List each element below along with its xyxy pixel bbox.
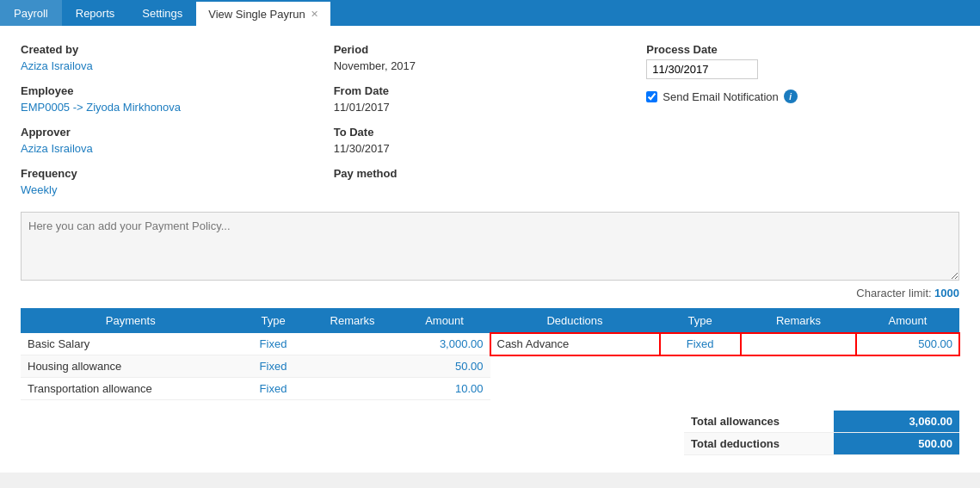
info-grid: Created by Aziza Israilova Employee EMP0… — [21, 43, 959, 196]
payments-type-header: Type — [241, 308, 306, 333]
deductions-remarks-header: Remarks — [741, 308, 856, 333]
total-allowances-value: 3,060.00 — [834, 411, 959, 433]
send-email-label: Send Email Notification — [663, 90, 778, 103]
approver-label: Approver — [21, 126, 334, 139]
payment-policy-textarea[interactable] — [21, 212, 959, 281]
process-date-label: Process Date — [646, 43, 959, 56]
deductions-section: Deductions Type Remarks Amount Cash Adva… — [490, 308, 960, 400]
payment-type: Fixed — [241, 333, 306, 355]
pay-method-label: Pay method — [334, 167, 647, 180]
employee-value: EMP0005 -> Ziyoda Mirkhonova — [21, 101, 334, 114]
deduction-type: Fixed — [660, 333, 741, 355]
payment-remarks — [306, 378, 399, 400]
send-email-row: Send Email Notification i — [646, 90, 959, 103]
period-label: Period — [334, 43, 647, 56]
payment-type: Fixed — [241, 378, 306, 400]
payments-amount-header: Amount — [399, 308, 490, 333]
payment-name: Housing allowance — [21, 355, 241, 378]
approver-value: Aziza Israilova — [21, 142, 334, 155]
payment-type: Fixed — [241, 355, 306, 378]
payment-remarks — [306, 355, 399, 378]
tab-payroll[interactable]: Payroll — [0, 0, 62, 26]
deductions-table: Deductions Type Remarks Amount Cash Adva… — [490, 308, 960, 355]
payment-amount: 3,000.00 — [399, 333, 490, 355]
total-deductions-label: Total deductions — [684, 433, 834, 455]
tab-view-single-payrun[interactable]: View Single Payrun ✕ — [196, 0, 330, 26]
payment-name: Basic Salary — [21, 333, 241, 355]
frequency-label: Frequency — [21, 167, 334, 180]
tab-reports[interactable]: Reports — [62, 0, 129, 26]
tab-settings[interactable]: Settings — [128, 0, 196, 26]
info-col-1: Created by Aziza Israilova Employee EMP0… — [21, 43, 334, 196]
char-limit-row: Character limit: 1000 — [21, 287, 959, 300]
deduction-name: Cash Advance — [490, 333, 660, 355]
table-row: Transportation allowance Fixed 10.00 — [21, 378, 490, 400]
payments-section: Payments Type Remarks Amount Basic Salar… — [21, 308, 490, 400]
total-allowances-row: Total allowances 3,060.00 — [684, 411, 959, 433]
totals-section: Total allowances 3,060.00 Total deductio… — [21, 411, 959, 455]
tables-container: Payments Type Remarks Amount Basic Salar… — [21, 308, 959, 400]
created-by-value: Aziza Israilova — [21, 59, 334, 72]
top-navigation: Payroll Reports Settings View Single Pay… — [0, 0, 980, 26]
info-col-3: Process Date Send Email Notification i — [646, 43, 959, 196]
totals-table: Total allowances 3,060.00 Total deductio… — [684, 411, 959, 455]
info-col-2: Period November, 2017 From Date 11/01/20… — [334, 43, 647, 196]
payment-remarks — [306, 333, 399, 355]
deductions-col-header: Deductions — [490, 308, 660, 333]
frequency-value: Weekly — [21, 183, 334, 196]
payment-amount: 10.00 — [399, 378, 490, 400]
char-limit-count: 1000 — [934, 287, 959, 300]
payment-name: Transportation allowance — [21, 378, 241, 400]
from-date-label: From Date — [334, 84, 647, 97]
process-date-input-wrapper — [646, 59, 959, 79]
total-deductions-row: Total deductions 500.00 — [684, 433, 959, 455]
created-by-label: Created by — [21, 43, 334, 56]
from-date-value: 11/01/2017 — [334, 101, 647, 114]
deduction-remarks — [741, 333, 856, 355]
payments-remarks-header: Remarks — [306, 308, 399, 333]
deduction-amount: 500.00 — [856, 333, 959, 355]
payments-table: Payments Type Remarks Amount Basic Salar… — [21, 308, 490, 400]
deductions-type-header: Type — [660, 308, 741, 333]
main-content: Created by Aziza Israilova Employee EMP0… — [0, 26, 980, 473]
period-value: November, 2017 — [334, 59, 647, 72]
payment-amount: 50.00 — [399, 355, 490, 378]
close-tab-icon[interactable]: ✕ — [311, 9, 318, 20]
info-icon[interactable]: i — [784, 90, 798, 103]
employee-label: Employee — [21, 84, 334, 97]
deductions-amount-header: Amount — [856, 308, 959, 333]
to-date-label: To Date — [334, 126, 647, 139]
char-limit-label: Character limit: — [856, 287, 931, 300]
table-row: Cash Advance Fixed 500.00 — [490, 333, 960, 355]
total-deductions-value: 500.00 — [834, 433, 959, 455]
total-allowances-label: Total allowances — [684, 411, 834, 433]
send-email-checkbox[interactable] — [646, 91, 657, 102]
process-date-input[interactable] — [646, 59, 758, 79]
to-date-value: 11/30/2017 — [334, 142, 647, 155]
table-row: Basic Salary Fixed 3,000.00 — [21, 333, 490, 355]
payments-col-header: Payments — [21, 308, 241, 333]
table-row: Housing allowance Fixed 50.00 — [21, 355, 490, 378]
